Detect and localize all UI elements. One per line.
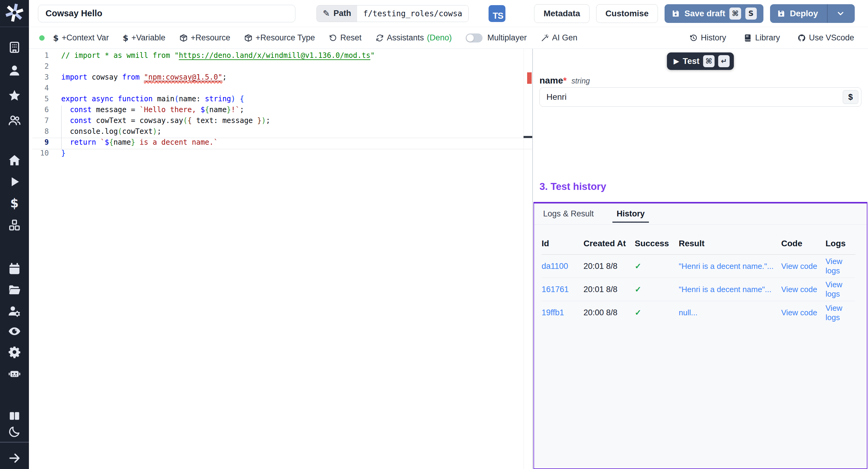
table-row: da110020:01 8/8✓"Henri is a decent name.… (541, 255, 855, 278)
test-history-box: Logs & Result History IdCreated AtSucces… (533, 202, 867, 469)
use-vscode-button[interactable]: Use VScode (798, 33, 854, 42)
line-number: 10 (29, 149, 49, 160)
code-line: const cowText = cowsay.say({ text: messa… (61, 116, 375, 127)
sidebar-boxes-icon[interactable] (7, 217, 22, 233)
success-check: ✓ (635, 262, 679, 271)
table-header-row: IdCreated AtSuccessResultCodeLogs (541, 232, 855, 255)
deploy-button[interactable]: Deploy (770, 4, 855, 23)
editor-toolbar: $ +Context Var $ +Variable +Resource +Re… (29, 27, 868, 49)
kbd-enter: ↵ (718, 55, 730, 67)
sidebar-eye-icon[interactable] (7, 323, 22, 339)
id[interactable]: da1100 (541, 262, 584, 271)
save-icon (671, 9, 680, 18)
view-logs-link[interactable]: View logs (826, 280, 855, 299)
sidebar-folder-icon[interactable] (7, 282, 22, 298)
column-header: Logs (826, 239, 855, 248)
ai-gen-button[interactable]: AI Gen (541, 33, 578, 42)
id[interactable]: 161761 (541, 285, 584, 294)
sidebar-bot-icon[interactable] (7, 365, 22, 381)
sidebar-dollar-icon[interactable]: $ (7, 195, 22, 211)
assistants-language: (Deno) (427, 33, 452, 42)
table-row: 19ffb120:00 8/8✓null...View codeView log… (541, 301, 855, 324)
sidebar-arrow-right-icon[interactable] (7, 450, 22, 466)
script-title-input[interactable] (38, 5, 296, 22)
code-line: const message = `Hello there, ${name}!`; (61, 105, 375, 116)
name-argument-input[interactable] (539, 87, 861, 107)
sidebar-user-icon[interactable] (7, 63, 22, 79)
history-table: IdCreated AtSuccessResultCodeLogsda11002… (541, 232, 855, 324)
column-header: Id (541, 239, 584, 248)
table-row: 16176120:01 8/8✓"Henri is a decent name"… (541, 278, 855, 301)
chevron-down-icon[interactable] (832, 9, 848, 18)
windmill-logo-icon[interactable] (4, 2, 25, 23)
history-tabs: Logs & Result History (534, 204, 867, 224)
line-numbers-gutter: 12345678910 (29, 51, 49, 160)
tab-logs-result[interactable]: Logs & Result (543, 209, 594, 219)
sidebar-building-icon[interactable] (7, 39, 22, 55)
view-code-link[interactable]: View code (781, 308, 826, 317)
line-number: 5 (29, 95, 49, 105)
sidebar-gear-icon[interactable] (7, 344, 22, 360)
argument-label: name* string (539, 75, 590, 86)
line-number: 8 (29, 127, 49, 138)
id[interactable]: 19ffb1 (541, 308, 584, 317)
history-button[interactable]: History (689, 33, 726, 42)
line-number: 6 (29, 105, 49, 116)
code-content: // import * as wmill from "https://deno.… (61, 51, 375, 160)
pencil-icon: ✎ (323, 8, 330, 19)
add-context-var-button[interactable]: $ +Context Var (53, 33, 109, 42)
overview-ruler (524, 49, 532, 469)
sidebar-calendar-icon[interactable] (7, 261, 22, 277)
path-value[interactable]: f/testing_roles/cowsa (357, 5, 468, 22)
insert-variable-button[interactable]: $ (843, 90, 858, 104)
sidebar-home-icon[interactable] (7, 153, 22, 168)
result-link[interactable]: "Henri is a decent name."... (679, 262, 781, 271)
error-marker (527, 72, 532, 84)
metadata-button[interactable]: Metadata (534, 4, 589, 23)
view-code-link[interactable]: View code (781, 285, 826, 294)
result-link[interactable]: null... (679, 308, 781, 317)
reset-button[interactable]: Reset (329, 33, 362, 42)
test-button[interactable]: ▶ Test ⌘ ↵ (667, 53, 734, 70)
test-panel: ▶ Test ⌘ ↵ name* string $ 3. Test histor… (533, 49, 868, 469)
path-field[interactable]: ✎ Path f/testing_roles/cowsa (316, 5, 469, 22)
cursor-position-marker (524, 136, 532, 138)
assistants-button[interactable]: Assistants (Deno) (375, 33, 452, 42)
sidebar-star-icon[interactable] (7, 88, 22, 103)
library-button[interactable]: Library (744, 33, 780, 42)
column-header: Created At (584, 239, 635, 248)
save-icon (777, 9, 786, 18)
sidebar-user-cog-icon[interactable] (7, 303, 22, 319)
code-line: console.log(cowText); (61, 127, 375, 138)
view-code-link[interactable]: View code (781, 262, 826, 271)
view-logs-link[interactable]: View logs (826, 257, 855, 276)
customise-button[interactable]: Customise (596, 4, 658, 23)
add-variable-button[interactable]: $ +Variable (123, 33, 165, 42)
sidebar-book-open-icon[interactable] (7, 408, 22, 424)
sidebar-moon-icon[interactable] (7, 424, 22, 439)
line-number: 7 (29, 116, 49, 127)
dollar-icon: $ (53, 33, 59, 42)
sidebar-user-group-icon[interactable] (7, 113, 22, 128)
add-resource-type-button[interactable]: +Resource Type (244, 33, 315, 42)
topbar: ✎ Path f/testing_roles/cowsa TS Metadata… (29, 0, 868, 27)
sidebar-play-icon[interactable] (7, 174, 22, 190)
tab-history[interactable]: History (617, 209, 645, 219)
result-link[interactable]: "Henri is a decent name"... (679, 285, 781, 294)
view-logs-link[interactable]: View logs (826, 304, 855, 322)
save-draft-button[interactable]: Save draft ⌘ S (664, 4, 764, 23)
column-header: Result (679, 239, 781, 248)
code-line (61, 84, 375, 95)
kbd-cmd: ⌘ (730, 7, 741, 20)
save-draft-label: Save draft (684, 9, 725, 19)
code-line: } (61, 149, 375, 160)
add-resource-button[interactable]: +Resource (179, 33, 230, 42)
multiplayer-toggle[interactable] (466, 33, 483, 42)
line-number: 2 (29, 62, 49, 73)
deploy-label: Deploy (790, 9, 818, 19)
github-icon (798, 34, 806, 42)
deploy-divider (827, 4, 828, 23)
created-at: 20:01 8/8 (584, 262, 635, 271)
code-editor[interactable]: 12345678910 // import * as wmill from "h… (29, 49, 532, 469)
test-history-title: 3. Test history (539, 181, 606, 192)
